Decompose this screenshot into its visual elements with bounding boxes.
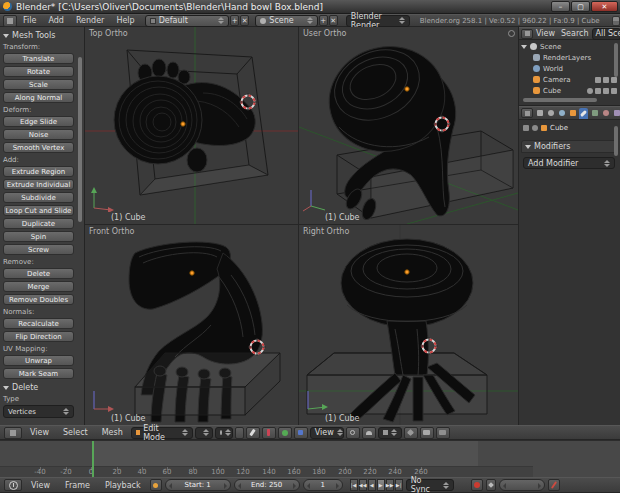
render-toggle-icon[interactable] [611,88,617,94]
tab-world[interactable] [557,108,566,119]
edge-slide-button[interactable]: Edge Slide [3,116,74,127]
jump-to-end-button[interactable]: ▶| [395,479,403,491]
view3d-menu-select[interactable]: Select [57,428,94,437]
screw-button[interactable]: Screw [3,244,74,255]
hide-toggle-eye-icon[interactable] [595,88,601,94]
viewport-user-ortho[interactable]: User Ortho (1) Cube [299,27,518,224]
opengl-render-anim-button[interactable] [436,427,450,439]
insert-keyframe-disabled-button[interactable] [548,479,560,491]
current-frame-field[interactable]: 1 [303,479,343,491]
next-keyframe-button[interactable]: ▶▶ [386,479,394,491]
mesh-tools-panel-header[interactable]: Mesh Tools [3,29,74,42]
close-button[interactable]: ✕ [591,1,618,12]
outliner-menu-view[interactable]: View [533,29,558,38]
play-button[interactable]: ▶ [377,479,385,491]
hide-toggle-eye-icon[interactable] [595,77,601,83]
menu-help[interactable]: Help [110,16,140,25]
jump-to-start-button[interactable]: |◀ [350,479,358,491]
pivot-point-dropdown[interactable] [215,427,233,439]
tab-render[interactable] [535,108,544,119]
start-frame-field[interactable]: Start: 1 [165,479,231,491]
editor-type-outliner-icon[interactable] [521,29,533,39]
noise-button[interactable]: Noise [3,129,74,140]
extrude-region-button[interactable]: Extrude Region [3,166,74,177]
tool-shelf-scrollbar[interactable] [78,57,82,222]
manipulator-translate-toggle[interactable] [262,427,276,439]
auto-keyframe-record-button[interactable] [471,479,483,491]
timeline-strip[interactable]: -40 -20 0 20 40 60 80 100 120 140 160 18… [0,440,620,477]
tab-scene[interactable] [546,108,555,119]
outliner-item-renderlayers[interactable]: RenderLayers [521,52,617,63]
viewport-front-ortho[interactable]: Front Ortho (1) Cube [85,225,298,425]
render-toggle-icon[interactable] [611,77,617,83]
view3d-menu-mesh[interactable]: Mesh [96,428,129,437]
snap-element-dropdown[interactable] [378,427,402,439]
prev-keyframe-button[interactable]: ◀◀ [359,479,367,491]
flip-direction-button[interactable]: Flip Direction [3,331,74,342]
remove-doubles-button[interactable]: Remove Doubles [3,294,74,305]
duplicate-button[interactable]: Duplicate [3,218,74,229]
screen-layout-selector[interactable]: Default [145,15,229,27]
tab-modifiers[interactable] [579,108,588,119]
manipulator-rotate-toggle[interactable] [278,427,292,439]
play-reverse-button[interactable]: ◀ [368,479,376,491]
timeline-ruler[interactable]: -40 -20 0 20 40 60 80 100 120 140 160 18… [0,466,533,477]
outliner-item-camera[interactable]: Camera [521,74,617,85]
proportional-edit-toggle[interactable] [346,427,360,439]
title-bar[interactable]: Blender* [C:\Users\Oliver\Documents\Blen… [0,0,620,14]
unlink-scene-button[interactable]: ✕ [329,15,338,26]
properties-scrollbar[interactable] [614,126,618,156]
timeline-menu-frame[interactable]: Frame [59,481,96,490]
timeline-menu-playback[interactable]: Playback [99,481,147,490]
editor-type-timeline-icon[interactable] [4,479,22,491]
pivot-align-toggle[interactable] [235,427,244,439]
menu-add[interactable]: Add [42,16,70,25]
view3d-menu-view[interactable]: View [24,428,55,437]
outliner-vertical-scrollbar[interactable] [614,43,618,77]
keying-options-toggle[interactable] [486,479,496,491]
smooth-vertex-button[interactable]: Smooth Vertex [3,142,74,153]
end-frame-field[interactable]: End: 250 [234,479,300,491]
scale-button[interactable]: Scale [3,79,74,90]
add-layout-button[interactable]: + [230,15,239,26]
selectable-toggle-icon[interactable] [603,77,609,83]
menu-render[interactable]: Render [70,16,110,25]
outliner-item-cube[interactable]: Cube [521,85,617,96]
outliner-display-mode[interactable]: All Scenes [592,28,620,40]
manipulator-toggle[interactable] [246,427,260,439]
outliner-item-world[interactable]: World [521,63,617,74]
recalculate-button[interactable]: Recalculate [3,318,74,329]
manipulator-scale-toggle[interactable] [294,427,308,439]
outliner-horizontal-scrollbar[interactable] [523,98,597,102]
rotate-button[interactable]: Rotate [3,66,74,77]
loop-cut-and-slide-button[interactable]: Loop Cut and Slide [3,205,74,216]
sync-mode-dropdown[interactable]: No Sync [406,479,454,491]
subdivide-button[interactable]: Subdivide [3,192,74,203]
editor-type-info-icon[interactable] [3,15,17,27]
minimize-button[interactable]: – [551,1,570,12]
modifiers-panel-header[interactable]: Modifiers [521,140,617,153]
add-modifier-dropdown[interactable]: Add Modifier [523,157,615,169]
along-normal-button[interactable]: Along Normal [3,92,74,103]
delete-button[interactable]: Delete [3,268,74,279]
snap-magnet-toggle[interactable] [362,427,376,439]
viewport-top-ortho[interactable]: Top Ortho (1) Cube [85,27,298,224]
keying-set-field[interactable] [499,479,545,491]
delete-type-dropdown[interactable]: Vertices [3,405,74,418]
use-preview-range-toggle[interactable] [150,479,162,491]
expand-triangle-icon[interactable] [521,45,527,49]
add-scene-button[interactable]: + [319,15,328,26]
editor-type-properties-icon[interactable] [521,108,533,118]
editor-type-3dview-icon[interactable] [4,427,22,439]
selectable-toggle-icon[interactable] [603,88,609,94]
tab-texture[interactable] [612,108,620,119]
current-frame-playhead[interactable] [92,441,94,478]
transform-orientation-dropdown[interactable]: View [310,427,344,439]
merge-button[interactable]: Merge [3,281,74,292]
translate-button[interactable]: Translate [3,53,74,64]
viewport-right-ortho[interactable]: Right Ortho (1) Cube [299,225,518,425]
tab-material[interactable] [601,108,610,119]
spin-button[interactable]: Spin [3,231,74,242]
scene-selector[interactable]: Scene [255,15,317,27]
timeline-menu-view[interactable]: View [25,481,56,490]
